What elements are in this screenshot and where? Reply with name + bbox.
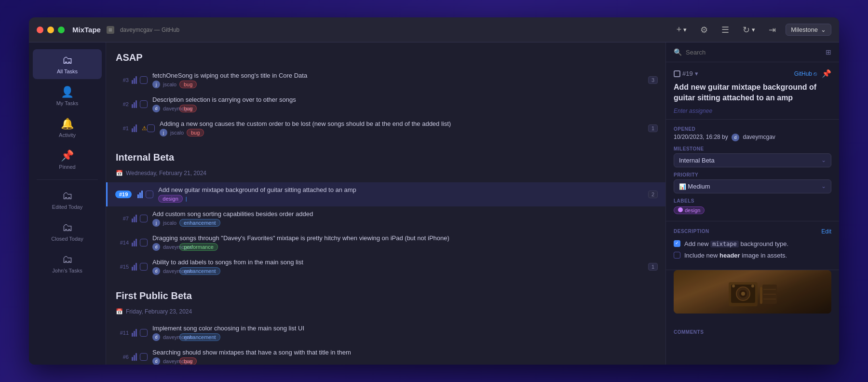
- task-number: #7: [115, 216, 129, 221]
- desc-item-1: ✓ Add new mixtape background type.: [674, 240, 831, 248]
- code-text: mixtape: [710, 241, 739, 247]
- priority-icon: 📊: [679, 183, 688, 190]
- sidebar-label-my-tasks: My Tasks: [56, 100, 79, 106]
- sidebar-item-my-tasks[interactable]: 👤 My Tasks: [33, 81, 102, 111]
- milestone-selector[interactable]: Milestone ⌄: [786, 24, 831, 36]
- priority-row: PRIORITY 📊 Medium ⌄: [674, 172, 831, 193]
- sidebar-label-closed-today: Closed Today: [51, 236, 83, 242]
- task-content: Adding a new song causes the custom orde…: [160, 120, 648, 136]
- add-button[interactable]: + ▾: [673, 23, 691, 37]
- task-row[interactable]: #1 ⚠ Adding a new song causes the custom…: [106, 116, 665, 140]
- selected-badge: #19: [115, 191, 132, 198]
- group-date-text: Friday, February 23, 2024: [126, 308, 192, 315]
- github-label: GitHub: [794, 70, 812, 77]
- task-checkbox[interactable]: [140, 76, 148, 84]
- task-title: Add new guitar mixtape background of gui…: [158, 186, 648, 193]
- maximize-button[interactable]: [58, 27, 65, 33]
- pinned-icon: 📌: [61, 150, 74, 162]
- task-number: #15: [115, 264, 129, 270]
- github-link[interactable]: GitHub ⎋: [794, 70, 817, 77]
- task-row[interactable]: #7 Add custom song sorting capabilities …: [106, 206, 665, 231]
- task-checkbox[interactable]: [147, 124, 155, 132]
- task-checkbox[interactable]: [140, 353, 148, 361]
- priority-select-value: 📊 Medium: [679, 183, 710, 190]
- sidebar-item-johns-tasks[interactable]: 🗂 John's Tasks: [33, 248, 102, 278]
- sidebar-item-all-tasks[interactable]: 🗂 All Tasks: [33, 49, 102, 79]
- bar3: [136, 100, 137, 108]
- comments-section: COMMENTS: [666, 320, 839, 342]
- plus-icon: +: [677, 25, 682, 35]
- task-title: fetchOneSong is wiping out the song's ti…: [152, 72, 648, 79]
- task-row[interactable]: #3 fetchOneSong is wiping out the song's…: [106, 68, 665, 92]
- filter-button[interactable]: ☰: [718, 23, 733, 37]
- project-sub: daveymcgav — GitHub: [120, 27, 179, 33]
- assignee-placeholder[interactable]: Enter assignee: [674, 108, 831, 114]
- assignee-name: jscalo: [170, 130, 184, 136]
- settings-button[interactable]: ⚙: [696, 23, 712, 37]
- task-checkbox[interactable]: [140, 239, 148, 246]
- closed-today-icon: 🗂: [62, 221, 73, 234]
- issue-icon: [674, 70, 680, 77]
- task-checkbox[interactable]: [140, 215, 148, 222]
- title-bar-actions: + ▾ ⚙ ☰ ↻ ▾ ⇥ Milestone ⌄: [673, 23, 831, 37]
- task-row[interactable]: #6 Searching should show mixtapes that h…: [106, 345, 665, 365]
- task-content: Description selection is carrying over t…: [152, 96, 658, 112]
- label-badge-bug: bug: [179, 105, 197, 112]
- task-title: Adding a new song causes the custom orde…: [160, 120, 648, 127]
- task-row[interactable]: #15 Ability to add labels to songs from …: [106, 255, 665, 279]
- sidebar-item-closed-today[interactable]: 🗂 Closed Today: [33, 217, 102, 246]
- close-button[interactable]: [37, 27, 43, 33]
- task-checkbox[interactable]: [140, 329, 148, 337]
- labels-container: design: [674, 205, 831, 214]
- bar1: [132, 218, 133, 222]
- task-checkbox[interactable]: [140, 100, 148, 108]
- title-bar-content: MixTape ⊞ daveymcgav — GitHub: [72, 26, 673, 34]
- labels-row: LABELS design: [674, 198, 831, 214]
- priority-bars: [137, 191, 143, 198]
- sidebar-item-pinned[interactable]: 📌 Pinned: [33, 145, 102, 175]
- milestone-select[interactable]: Internal Beta ⌄: [674, 153, 831, 167]
- bar3: [141, 191, 143, 198]
- share-button[interactable]: ⇥: [765, 23, 780, 37]
- task-row-selected[interactable]: #19 Add new guitar mixtape background of…: [106, 182, 665, 206]
- sidebar-label-all-tasks: All Tasks: [57, 68, 78, 74]
- minimize-button[interactable]: [47, 27, 54, 33]
- description-edit-button[interactable]: Edit: [821, 228, 831, 235]
- task-title: Description selection is carrying over t…: [152, 96, 658, 103]
- bar1: [132, 104, 133, 108]
- priority-select[interactable]: 📊 Medium ⌄: [674, 179, 831, 193]
- sync-button[interactable]: ↻ ▾: [739, 23, 759, 37]
- pin-button[interactable]: 📌: [822, 69, 831, 78]
- desc-checkbox-checked[interactable]: ✓: [674, 240, 680, 247]
- bar2: [134, 78, 135, 84]
- label-badge-bug: bug: [187, 129, 204, 136]
- bar3: [136, 239, 137, 246]
- label-badge-design[interactable]: design: [674, 206, 705, 214]
- task-meta: d daveymcgav bug: [152, 357, 658, 365]
- task-content: Add new guitar mixtape background of gui…: [158, 186, 648, 203]
- label-badge-enhancement: enhancement: [179, 219, 220, 227]
- task-checkbox[interactable]: [140, 263, 148, 271]
- opener-avatar: d: [732, 134, 739, 141]
- task-checkbox[interactable]: [146, 191, 153, 198]
- task-row[interactable]: #2 Description selection is carrying ove…: [106, 92, 665, 116]
- bar2: [134, 217, 135, 222]
- labels-meta-label: LABELS: [674, 198, 831, 204]
- task-row[interactable]: #14 Dragging songs through "Davey's Favo…: [106, 231, 665, 255]
- milestone-row: MILESTONE Internal Beta ⌄: [674, 146, 831, 167]
- search-input[interactable]: [686, 49, 822, 56]
- sidebar-label-johns-tasks: John's Tasks: [52, 268, 82, 273]
- bar1: [137, 194, 139, 198]
- sidebar-item-activity[interactable]: 🔔 Activity: [33, 113, 102, 143]
- layout-toggle-button[interactable]: ⊞: [826, 48, 831, 56]
- desc-checkbox-unchecked[interactable]: [674, 252, 680, 259]
- task-row[interactable]: #11 Implement song color choosing in the…: [106, 321, 665, 345]
- gear-icon: ⚙: [700, 25, 708, 35]
- bar3: [136, 329, 137, 337]
- sidebar-item-edited-today[interactable]: 🗂 Edited Today: [33, 185, 102, 215]
- task-count: 3: [648, 76, 658, 84]
- assignee-name: jscalo: [163, 82, 176, 87]
- task-content: Dragging songs through "Davey's Favorite…: [152, 234, 658, 251]
- label-badge-enhancement: enhancement: [179, 333, 220, 341]
- title-bar: MixTape ⊞ daveymcgav — GitHub + ▾ ⚙ ☰ ↻ …: [29, 17, 839, 42]
